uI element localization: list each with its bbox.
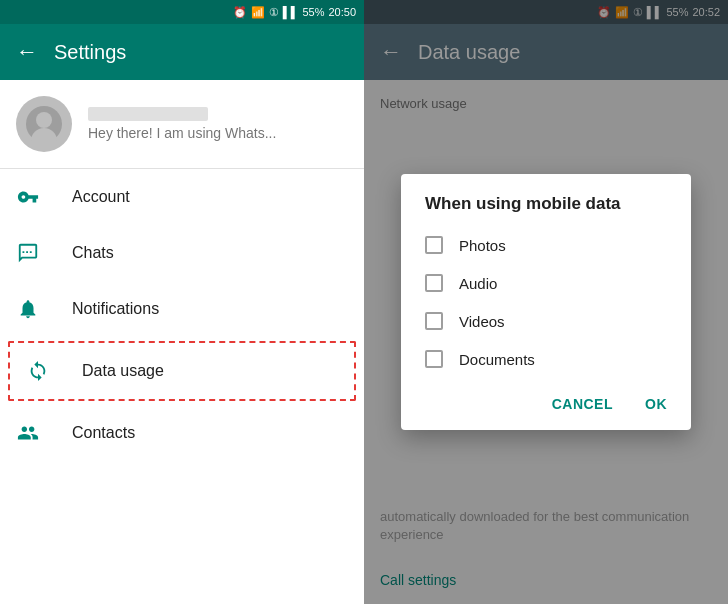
right-panel: ⏰ 📶 ① ▌▌ 55% 20:52 ← Data usage Network …: [364, 0, 728, 604]
dialog-title: When using mobile data: [401, 174, 691, 226]
photos-checkbox[interactable]: [425, 236, 443, 254]
profile-section[interactable]: Hey there! I am using Whats...: [0, 80, 364, 169]
account-label: Account: [72, 188, 130, 206]
left-alarm-icon: ⏰: [233, 6, 247, 19]
dialog-overlay: When using mobile data Photos Audio Vide…: [364, 0, 728, 604]
left-header: ← Settings: [0, 24, 364, 80]
left-signal-icon: ▌▌: [283, 6, 299, 18]
menu-item-data-usage[interactable]: Data usage: [8, 341, 356, 401]
audio-checkbox[interactable]: [425, 274, 443, 292]
left-sim-icon: ①: [269, 6, 279, 19]
documents-checkbox[interactable]: [425, 350, 443, 368]
left-time: 20:50: [328, 6, 356, 18]
left-back-button[interactable]: ←: [16, 39, 38, 65]
videos-checkbox[interactable]: [425, 312, 443, 330]
left-panel: ⏰ 📶 ① ▌▌ 55% 20:50 ← Settings Hey there!…: [0, 0, 364, 604]
profile-info: Hey there! I am using Whats...: [88, 107, 276, 141]
dialog-option-documents[interactable]: Documents: [401, 340, 691, 378]
dialog-option-audio[interactable]: Audio: [401, 264, 691, 302]
data-usage-label: Data usage: [82, 362, 164, 380]
left-battery: 55%: [302, 6, 324, 18]
mobile-data-dialog: When using mobile data Photos Audio Vide…: [401, 174, 691, 430]
menu-item-account[interactable]: Account: [0, 169, 364, 225]
left-status-bar: ⏰ 📶 ① ▌▌ 55% 20:50: [0, 0, 364, 24]
dialog-option-videos[interactable]: Videos: [401, 302, 691, 340]
ok-button[interactable]: OK: [637, 390, 675, 418]
photos-label: Photos: [459, 237, 506, 254]
key-icon: [16, 185, 40, 209]
dialog-actions: CANCEL OK: [401, 378, 691, 430]
avatar-icon: [26, 106, 62, 142]
bell-icon: [16, 297, 40, 321]
menu-item-chats[interactable]: Chats: [0, 225, 364, 281]
documents-label: Documents: [459, 351, 535, 368]
menu-item-notifications[interactable]: Notifications: [0, 281, 364, 337]
cancel-button[interactable]: CANCEL: [544, 390, 621, 418]
dialog-option-photos[interactable]: Photos: [401, 226, 691, 264]
profile-name: [88, 107, 208, 121]
notifications-label: Notifications: [72, 300, 159, 318]
people-icon: [16, 421, 40, 445]
left-wifi-icon: 📶: [251, 6, 265, 19]
avatar: [16, 96, 72, 152]
left-header-title: Settings: [54, 41, 126, 64]
sync-icon: [26, 359, 50, 383]
chats-label: Chats: [72, 244, 114, 262]
contacts-label: Contacts: [72, 424, 135, 442]
menu-item-contacts[interactable]: Contacts: [0, 405, 364, 461]
menu-items: Account Chats Notifications: [0, 169, 364, 604]
audio-label: Audio: [459, 275, 497, 292]
profile-status: Hey there! I am using Whats...: [88, 125, 276, 141]
chat-icon: [16, 241, 40, 265]
videos-label: Videos: [459, 313, 505, 330]
